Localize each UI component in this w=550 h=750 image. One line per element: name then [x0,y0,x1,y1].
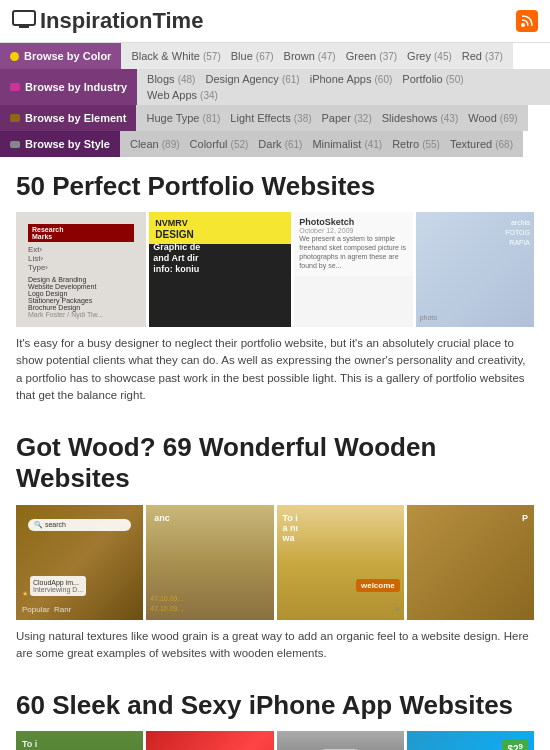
logo-icon [12,8,36,34]
article-iphone-title[interactable]: 60 Sleek and Sexy iPhone App Websites [16,690,534,721]
industry-item-iphone[interactable]: iPhone Apps (60) [306,72,397,86]
main-content: 50 Perfect Portfolio Websites ResearchMa… [0,157,550,750]
element-item-lighteffects[interactable]: Light Effects (38) [226,111,315,125]
style-item-minimalist[interactable]: Minimalist (41) [308,137,386,151]
color-dot [10,52,19,61]
photosketch-date: October 12, 2009 [299,227,407,234]
iphone-img-4: $29 ...os online. [407,731,534,750]
wood-img-3: To ia nıwa welcome a [277,505,404,620]
industry-item-blogs[interactable]: Blogs (48) [143,72,199,86]
nav-color-bar: Browse by Color Black & White (57) Blue … [0,43,550,69]
color-item-brown[interactable]: Brown (47) [280,49,340,63]
industry-item-webapps[interactable]: Web Apps (34) [143,88,222,102]
element-item-hugetype[interactable]: Huge Type (81) [142,111,224,125]
article-iphone: 60 Sleek and Sexy iPhone App Websites To… [16,690,534,750]
wood-search-bar: 🔍 search [28,519,131,531]
nav-industry-items: Blogs (48) Design Agency (61) iPhone App… [137,69,550,105]
article-portfolio-desc: It's easy for a busy designer to neglect… [16,335,534,404]
style-dot [10,141,20,148]
nav-element-bar: Browse by Element Huge Type (81) Light E… [0,105,550,131]
style-item-clean[interactable]: Clean (89) [126,137,184,151]
style-item-retro[interactable]: Retro (55) [388,137,444,151]
iphone-img-2: ♥ [146,731,273,750]
color-item-grey[interactable]: Grey (45) [403,49,456,63]
photosketch-title: PhotoSketch [299,217,407,227]
photosketch-box: PhotoSketch October 12, 2009 We present … [294,212,412,275]
iphone-img-1: To ia nıwa [16,731,143,750]
element-item-paper[interactable]: Paper (32) [318,111,376,125]
portfolio-img-4: archiaFOTOGRAFIA photo [416,212,534,327]
article-portfolio-images: ResearchMarks Ext›List›Type› Design & Br… [16,212,534,327]
logo-text: InspirationTime [40,8,203,34]
wood-img-4: P [407,505,534,620]
article-portfolio: 50 Perfect Portfolio Websites ResearchMa… [16,171,534,404]
nav-style-bar: Browse by Style Clean (89) Colorful (52)… [0,131,550,157]
port-menu: Ext›List›Type› [28,245,134,272]
element-item-slideshows[interactable]: Slideshows (43) [378,111,463,125]
cloudapp-box: CloudApp im... Interviewing D... [30,576,86,596]
color-item-green[interactable]: Green (37) [342,49,401,63]
element-dot [10,114,20,122]
article-wood-desc: Using natural textures like wood grain i… [16,628,534,663]
industry-dot [10,83,20,91]
industry-item-portfolio[interactable]: Portfolio (50) [398,72,467,86]
style-item-dark[interactable]: Dark (61) [254,137,306,151]
portfolio-img-3: PhotoSketch October 12, 2009 We present … [294,212,412,327]
nav-color-label: Browse by Color [0,43,121,69]
color-item-red[interactable]: Red (37) [458,49,507,63]
color-item-blue[interactable]: Blue (67) [227,49,278,63]
rss-icon[interactable] [516,10,538,32]
portfolio-img-1: ResearchMarks Ext›List›Type› Design & Br… [16,212,146,327]
industry-item-agency[interactable]: Design Agency (61) [201,72,303,86]
color-item-bw[interactable]: Black & White (57) [127,49,224,63]
style-item-textured[interactable]: Textured (68) [446,137,517,151]
welcome-badge: welcome [356,579,400,592]
article-iphone-images: To ia nıwa ♥ iPhone No Card $29 ...os on… [16,731,534,750]
wood-img-2: anc 47.10.09... 47.10.09... [146,505,273,620]
nav-element-label: Browse by Element [0,105,136,131]
element-item-wood[interactable]: Wood (69) [464,111,521,125]
article-wood-title[interactable]: Got Wood? 69 Wonderful Wooden Websites [16,432,534,494]
iphone-img-3: iPhone No Card [277,731,404,750]
nav-style-label: Browse by Style [0,131,120,157]
nav-element-items: Huge Type (81) Light Effects (38) Paper … [136,105,527,131]
svg-point-3 [521,23,525,27]
logo[interactable]: InspirationTime [12,8,203,34]
nav-industry-bar: Browse by Industry Blogs (48) Design Age… [0,69,550,105]
article-portfolio-title[interactable]: 50 Perfect Portfolio Websites [16,171,534,202]
article-wood-images: 🔍 search Popular Ranr ★ CloudApp im... I… [16,505,534,620]
photosketch-text: We present a system to simple freehand s… [299,234,407,270]
price-badge: $29 [502,739,528,750]
portfolio-img-2: NVMRV DESIGN Graphic deand Art dirinfo: … [149,212,291,327]
nav-color-items: Black & White (57) Blue (67) Brown (47) … [121,43,512,69]
article-wood: Got Wood? 69 Wonderful Wooden Websites 🔍… [16,432,534,662]
nav-style-items: Clean (89) Colorful (52) Dark (61) Minim… [120,131,523,157]
style-item-colorful[interactable]: Colorful (52) [186,137,253,151]
header: InspirationTime [0,0,550,43]
svg-rect-0 [13,11,35,25]
wood-img-1: 🔍 search Popular Ranr ★ CloudApp im... I… [16,505,143,620]
nav-industry-label: Browse by Industry [0,69,137,105]
